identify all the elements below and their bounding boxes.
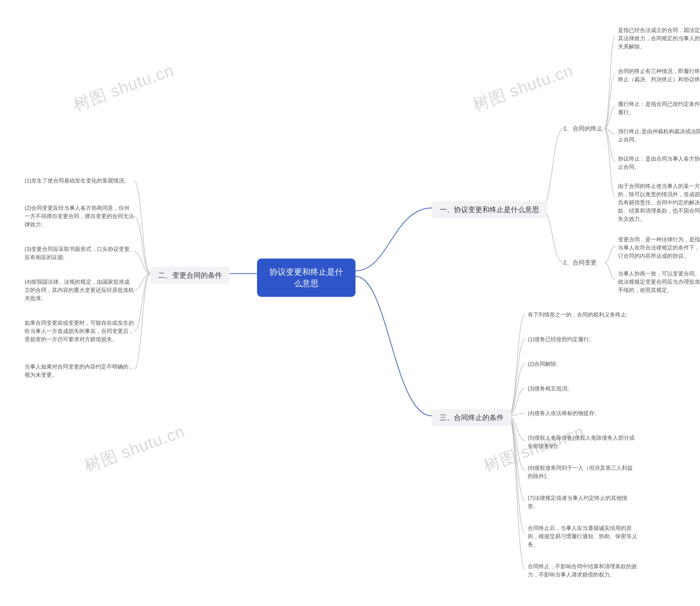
branch-1-sub-1[interactable]: 1、合同的终止 (563, 124, 603, 133)
branch-2[interactable]: 二、变更合同的条件 (150, 267, 230, 284)
b3-leaf-8: 合同终止后，当事人应当遵循诚实信用的原则，根据交易习惯履行通知、协助、保密等义务… (528, 524, 637, 549)
root-node[interactable]: 协议变更和终止是什么意思 (257, 259, 356, 297)
b2-leaf-3: (4)按我国法律、法规的规定，由国家批准成立的合同，其内容的重大变更还应经原批准… (25, 278, 134, 302)
b2-leaf-0: (1)发生了使合同基础发生变化的客观情况; (25, 177, 134, 185)
connector-lines (0, 0, 700, 606)
b1-s1-leaf-3: 强行终止:是由仲裁机构裁决或法院判决终止合同。 (618, 127, 700, 144)
b3-leaf-3: (3)债务相互抵消; (528, 384, 637, 393)
b2-leaf-2: (3)变更合同应采取书面形式，口头协议变更应有相应的证据; (25, 245, 134, 261)
b3-leaf-7: (7)法律规定或者当事人约定终止的其他情形。 (528, 494, 637, 510)
branch-1-sub-2[interactable]: 2、合同变更 (563, 259, 597, 267)
branch-3[interactable]: 三、合同终止的条件 (432, 409, 511, 426)
b3-leaf-9: 合同终止，不影响合同中结算和清理条款的效力，不影响当事人请求赔偿的权力。 (528, 562, 637, 579)
b1-s1-leaf-1: 合同的终止有三种情况，即履行终止、强行终止（裁决、判决终止）和协议终止。 (618, 67, 700, 84)
watermark: 树图 shutu.cn (71, 60, 177, 116)
b1-s2-leaf-0: 变更合同，是一种法律行为，是指签约双方当事人在符合法律规定的条件下，就修改原订合… (618, 235, 700, 260)
b3-leaf-4: (4)债务人依法将标的物提存; (528, 409, 637, 417)
b2-leaf-5: 当事人如果对合同变更的内容约定不明确的，视为未变更。 (25, 363, 134, 379)
b3-leaf-5: (5)债权人免除债务(债权人免除债务人部分或全部债务的); (528, 434, 637, 450)
b1-s1-leaf-5: 由于合同的终止使当事人的某一方遭受损失的，除可以免责的情况外，造成损失的一方负有… (618, 182, 700, 223)
watermark: 树图 shutu.cn (470, 60, 576, 116)
b3-leaf-1: (1)债务已经按照约定履行; (528, 335, 637, 343)
branch-1[interactable]: 一、协议变更和终止是什么意思 (432, 201, 547, 218)
b1-s1-leaf-0: 是指已经合法成立的合同，因法定原因终止其法律效力，合同规定的当事人的权利义务关系… (618, 26, 700, 51)
b1-s1-leaf-4: 协议终止：是由合同当事人各方协商同意终止合同。 (618, 155, 700, 171)
b1-s1-leaf-2: 履行终止：是指合同已按约定条件得到全面履行。 (618, 100, 700, 116)
b2-leaf-4: 如果合同变更前或变更时，可能存在或发生的给当事人一方造成损失的事实，合同变更后，… (25, 319, 134, 343)
b3-leaf-0: 有下列情形之一的，合同的权利义务终止: (528, 310, 637, 319)
b3-leaf-6: (6)债权债务同归于一人（但涉及第三人利益的除外); (528, 464, 637, 480)
watermark: 树图 shutu.cn (81, 420, 188, 477)
b3-leaf-2: (2)合同解除; (528, 360, 637, 368)
b2-leaf-1: (2)合同变更应经当事人各方协商同意，任何一方不得擅自变更合同，擅自变更的合同无… (25, 204, 134, 229)
b1-s2-leaf-1: 当事人协商一致，可以变更合同。法律、行政法规规定变更合同应当办理批准、登记等手续… (618, 270, 700, 294)
